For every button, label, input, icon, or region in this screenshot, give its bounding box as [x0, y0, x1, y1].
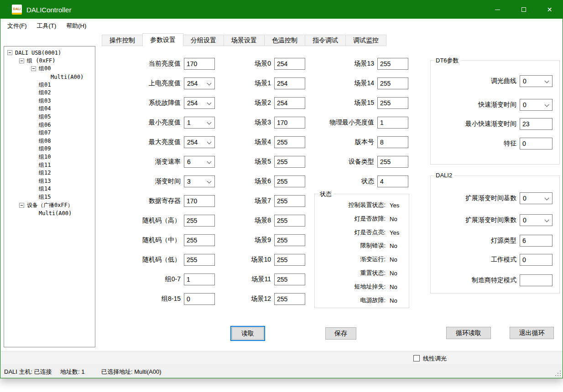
scene-10-input[interactable] [274, 254, 305, 266]
group-8-15-input[interactable] [184, 293, 215, 305]
tree-item-group-03[interactable]: 组03 [4, 97, 95, 105]
random-code-mid-input[interactable] [184, 234, 215, 246]
scene-11-input[interactable] [274, 273, 305, 285]
tab-operation-control[interactable]: 操作控制 [102, 35, 143, 46]
menu-help[interactable]: 帮助(H) [61, 20, 91, 32]
tab-parameter-settings[interactable]: 参数设置 [142, 33, 183, 46]
tree-item-group-06[interactable]: 组06 [4, 121, 95, 129]
tree-item-group-12[interactable]: 组12 [4, 169, 95, 177]
min-brightness-combobox[interactable]: 1 [184, 117, 215, 129]
field-min-brightness: 最小亮度值1 [125, 117, 215, 129]
tab-strip: 操作控制参数设置分组设置场景设置色温控制指令调试调试监控 [102, 33, 386, 46]
minimize-button[interactable] [485, 0, 511, 19]
collapse-icon[interactable] [31, 66, 36, 71]
extended-fade-time-multiplier-combobox[interactable]: 0 [520, 214, 553, 226]
current-brightness-input[interactable] [184, 58, 215, 70]
tab-color-temp-control[interactable]: 色温控制 [264, 35, 305, 46]
tab-command-debug[interactable]: 指令调试 [305, 35, 346, 46]
random-code-low-input[interactable] [184, 254, 215, 266]
scene-12-input[interactable] [274, 293, 305, 305]
scene-13-input[interactable] [377, 58, 408, 70]
tree-item-group-07[interactable]: 组07 [4, 129, 95, 137]
extended-fade-time-base-combobox[interactable]: 0 [520, 192, 553, 204]
tree-item-group-ff[interactable]: 组 (0xFF) [4, 57, 95, 65]
status-value-input[interactable] [377, 175, 408, 187]
scene-0-input[interactable] [274, 58, 305, 70]
fast-fade-time-label: 快速渐变时间 [431, 101, 520, 109]
linear-dim-checkbox[interactable] [413, 355, 420, 361]
collapse-icon[interactable] [7, 50, 12, 55]
fade-time-combobox[interactable]: 3 [184, 175, 215, 187]
operating-mode-input[interactable] [520, 254, 553, 266]
read-button-focus-ring: 读取 [230, 326, 265, 341]
light-source-type-input[interactable] [520, 235, 553, 247]
device-tree[interactable]: DALI USB(0001)组 (0xFF)组00Multi(A00)组01组0… [4, 46, 95, 347]
menu-tools[interactable]: 工具(T) [32, 20, 62, 32]
loop-read-button[interactable]: 循环读取 [446, 327, 491, 339]
scene-3-input[interactable] [274, 117, 305, 129]
read-button[interactable]: 读取 [232, 327, 264, 340]
power-on-brightness-combobox[interactable]: 254 [184, 77, 215, 89]
fade-rate-combobox[interactable]: 6 [184, 156, 215, 168]
tree-item-group-02[interactable]: 组02 [4, 89, 95, 97]
fade-rate-value: 6 [187, 158, 191, 165]
tree-item-device-multi-a00[interactable]: Multi(A00) [4, 209, 95, 217]
field-current-brightness: 当前亮度值 [125, 58, 215, 70]
tree-item-group-14[interactable]: 组14 [4, 185, 95, 193]
scene-5-input[interactable] [274, 156, 305, 168]
scene-8-input[interactable] [274, 215, 305, 227]
tree-item-label: DALI USB(0001) [15, 50, 61, 56]
dimming-curve-combobox[interactable]: 0 [520, 75, 553, 87]
max-brightness-combobox[interactable]: 254 [184, 136, 215, 148]
close-button[interactable]: ✕ [537, 0, 563, 19]
scene-2-input[interactable] [274, 97, 305, 109]
tree-item-group-04[interactable]: 组04 [4, 105, 95, 113]
tree-item-device-broadcast[interactable]: 设备（广播0xFF） [4, 201, 95, 209]
field-operating-mode: 工作模式 [431, 254, 553, 266]
exit-loop-button[interactable]: 退出循环 [510, 327, 554, 339]
tree-item-group-08[interactable]: 组08 [4, 137, 95, 145]
scene-1-input[interactable] [274, 77, 305, 89]
collapse-icon[interactable] [19, 203, 24, 208]
tab-debug-monitor[interactable]: 调试监控 [345, 35, 386, 46]
scene-4-input[interactable] [274, 136, 305, 148]
tree-item-group-00[interactable]: 组00 [4, 65, 95, 73]
group-0-7-input[interactable] [184, 273, 215, 285]
menu-file[interactable]: 文件(F) [2, 20, 32, 32]
scene-14-input[interactable] [377, 77, 408, 89]
tab-scene-settings[interactable]: 场景设置 [224, 35, 265, 46]
data-register-input[interactable] [184, 195, 215, 207]
tree-item-group-15[interactable]: 组15 [4, 193, 95, 201]
scene-6-input[interactable] [274, 175, 305, 187]
min-brightness-value: 1 [187, 119, 191, 126]
physical-min-brightness-input[interactable] [377, 117, 408, 129]
resize-grip[interactable] [555, 371, 561, 376]
chevron-down-icon [545, 103, 549, 107]
save-button[interactable]: 保存 [325, 327, 356, 340]
field-scene-13: 场景13 [315, 58, 408, 70]
version-number-input[interactable] [377, 136, 408, 148]
tab-grouping-settings[interactable]: 分组设置 [183, 35, 224, 46]
manufacturer-specific-mode-input[interactable] [520, 274, 553, 286]
random-code-high-input[interactable] [184, 215, 215, 227]
device-type-input[interactable] [377, 156, 408, 168]
tree-item-dali-usb[interactable]: DALI USB(0001) [4, 49, 95, 57]
scene-9-input[interactable] [274, 234, 305, 246]
scene-15-input[interactable] [377, 97, 408, 109]
min-fast-fade-time-input[interactable] [520, 118, 553, 130]
maximize-button[interactable] [511, 0, 537, 19]
scene-12-label: 场景12 [234, 295, 274, 303]
tree-item-group-09[interactable]: 组09 [4, 145, 95, 153]
fast-fade-time-combobox[interactable]: 0 [520, 99, 553, 111]
tree-item-group-13[interactable]: 组13 [4, 177, 95, 186]
collapse-icon[interactable] [19, 58, 24, 63]
tree-item-group-10[interactable]: 组10 [4, 153, 95, 161]
tree-item-group-01[interactable]: 组01 [4, 81, 95, 89]
tree-item-multi-a00[interactable]: Multi(A00) [4, 73, 95, 81]
tree-item-group-11[interactable]: 组11 [4, 161, 95, 169]
tree-item-group-05[interactable]: 组05 [4, 113, 95, 121]
scene-7-input[interactable] [274, 195, 305, 207]
system-failure-value-combobox[interactable]: 254 [184, 97, 215, 109]
fade-time-label: 渐变时间 [125, 177, 184, 186]
features-input[interactable] [520, 138, 553, 150]
